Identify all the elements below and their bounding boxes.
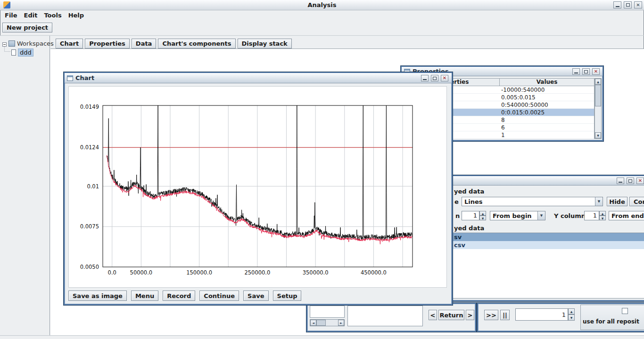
tree-expander-icon[interactable] xyxy=(2,42,7,47)
horizontal-scrollbar[interactable]: ◄ ► xyxy=(310,319,345,326)
close-button[interactable]: ✕ xyxy=(634,1,642,8)
x-column-spinner[interactable]: 1 xyxy=(462,211,479,220)
chart-window-titlebar[interactable]: Chart xyxy=(65,73,452,83)
maximize-button[interactable] xyxy=(624,1,632,8)
playback-window: ◄ ► < Return > xyxy=(306,303,476,332)
spinner-up-icon[interactable]: ▲ xyxy=(599,211,606,216)
tab-charts-components[interactable]: Chart's components xyxy=(158,39,235,48)
setup-button[interactable]: Setup xyxy=(273,291,302,301)
chart-plot: 0.050000.0150000.0250000.0350000.0450000… xyxy=(69,87,446,287)
use-for-all-toggle[interactable]: use for all reposit xyxy=(580,305,644,330)
scroll-down-icon[interactable]: ▼ xyxy=(595,132,601,138)
tab-data[interactable]: Data xyxy=(132,39,157,48)
tree-connector xyxy=(4,47,10,52)
y-column-label: Y column xyxy=(554,212,586,219)
step-forward-button[interactable]: > xyxy=(466,310,474,320)
spinner-up-icon[interactable]: ▲ xyxy=(568,308,575,315)
spinner-down-icon[interactable]: ▼ xyxy=(479,216,486,220)
properties-maximize-button[interactable] xyxy=(582,68,590,75)
spinner-down-icon[interactable]: ▼ xyxy=(599,216,606,220)
document-icon xyxy=(11,49,16,56)
svg-text:0.0075: 0.0075 xyxy=(80,223,99,230)
step-back-button[interactable]: < xyxy=(429,310,437,320)
tab-properties[interactable]: Properties xyxy=(85,39,130,48)
displayed-data-maximize-button[interactable] xyxy=(627,178,634,184)
save-button[interactable]: Save xyxy=(243,291,268,301)
minimize-button[interactable] xyxy=(613,1,621,8)
x-mode-combobox[interactable]: From begin ▼ xyxy=(490,211,545,220)
application-window: Analysis ✕ File Edit Tools Help New proj… xyxy=(0,0,644,339)
pause-button[interactable]: || xyxy=(500,310,510,320)
y-mode-combobox[interactable]: From end xyxy=(609,211,644,220)
chart-minimize-button[interactable] xyxy=(421,75,429,81)
minimize-icon xyxy=(619,182,622,183)
chevron-down-icon[interactable]: ▼ xyxy=(537,211,545,220)
workspaces-panel: Workspaces ddd xyxy=(0,36,50,335)
displayed-data-controls: ✕ xyxy=(617,178,644,184)
maximize-icon xyxy=(628,179,632,183)
scroll-left-icon[interactable]: ◄ xyxy=(310,320,316,326)
svg-text:50000.0: 50000.0 xyxy=(130,269,153,276)
svg-text:0.0: 0.0 xyxy=(108,269,116,276)
menu-edit[interactable]: Edit xyxy=(23,11,39,19)
status-bar xyxy=(0,335,644,339)
window-titlebar[interactable]: Analysis xyxy=(0,0,644,10)
new-project-button[interactable]: New project xyxy=(2,23,52,32)
properties-minimize-button[interactable] xyxy=(572,68,580,75)
close-icon: ✕ xyxy=(636,3,640,8)
app-icon xyxy=(3,1,10,8)
menu-help[interactable]: Help xyxy=(67,11,85,19)
tab-chart[interactable]: Chart xyxy=(56,39,83,48)
hide-button[interactable]: Hide xyxy=(607,197,627,206)
column-header-values: Values xyxy=(499,79,594,86)
line-type-combobox[interactable]: Lines ▼ xyxy=(462,197,603,206)
record-button[interactable]: Record xyxy=(163,291,195,301)
vertical-scrollbar[interactable]: ▲ ▼ xyxy=(594,78,602,139)
use-for-all-checkbox[interactable] xyxy=(622,308,628,314)
type-label-fragment: e xyxy=(454,198,459,205)
scrollbar-thumb[interactable] xyxy=(595,85,601,106)
scroll-up-icon[interactable]: ▲ xyxy=(595,79,601,85)
return-button[interactable]: Return xyxy=(438,310,464,320)
close-icon: ✕ xyxy=(443,76,446,81)
y-column-spinner-buttons: ▲ ▼ xyxy=(599,211,606,220)
properties-close-button[interactable]: ✕ xyxy=(592,68,600,75)
close-icon: ✕ xyxy=(638,178,642,183)
displayed-data-list-label: yed data xyxy=(454,225,484,232)
x-column-label-fragment: n xyxy=(455,212,460,219)
save-as-image-button[interactable]: Save as image xyxy=(68,291,127,301)
x-mode-value: From begin xyxy=(493,212,532,219)
fast-forward-button[interactable]: >> xyxy=(484,310,498,320)
displayed-data-minimize-button[interactable] xyxy=(617,178,624,184)
message-textarea[interactable] xyxy=(347,306,423,326)
chart-window: Chart ✕ 0.050000.0150000.0250000.0350000… xyxy=(64,72,453,305)
menu-file[interactable]: File xyxy=(4,11,18,19)
spinner-up-icon[interactable]: ▲ xyxy=(479,211,486,216)
chart-close-button[interactable]: ✕ xyxy=(441,75,448,81)
preview-panel xyxy=(310,306,345,318)
toolbar: New project xyxy=(0,20,644,36)
menu-tools[interactable]: Tools xyxy=(43,11,62,19)
svg-text:350000.0: 350000.0 xyxy=(303,269,329,276)
svg-text:0.01: 0.01 xyxy=(87,183,99,190)
minimize-icon xyxy=(574,73,578,73)
continue-button[interactable]: Continue xyxy=(199,291,239,301)
chevron-down-icon[interactable]: ▼ xyxy=(595,197,603,206)
chart-maximize-button[interactable] xyxy=(431,75,438,81)
cont-button[interactable]: Cont xyxy=(629,197,644,206)
scrollbar-thumb[interactable] xyxy=(316,320,326,326)
displayed-data-close-button[interactable]: ✕ xyxy=(636,178,644,184)
counter-spinner[interactable]: 1 xyxy=(515,308,568,321)
svg-text:150000.0: 150000.0 xyxy=(186,269,212,276)
workspaces-root-label[interactable]: Workspaces xyxy=(17,40,54,47)
y-mode-value: From end xyxy=(611,212,644,219)
workspace-item-ddd[interactable]: ddd xyxy=(18,48,33,56)
tab-display-stack[interactable]: Display stack xyxy=(238,39,292,48)
counter-spinner-buttons: ▲ ▼ xyxy=(568,308,575,321)
window-title: Analysis xyxy=(0,0,644,10)
chart-button-row: Save as image Menu Record Continue Save … xyxy=(68,291,301,301)
scroll-right-icon[interactable]: ► xyxy=(338,320,344,326)
spinner-down-icon[interactable]: ▼ xyxy=(568,315,575,321)
menu-button[interactable]: Menu xyxy=(131,291,158,301)
y-column-spinner[interactable]: 1 xyxy=(584,211,599,220)
